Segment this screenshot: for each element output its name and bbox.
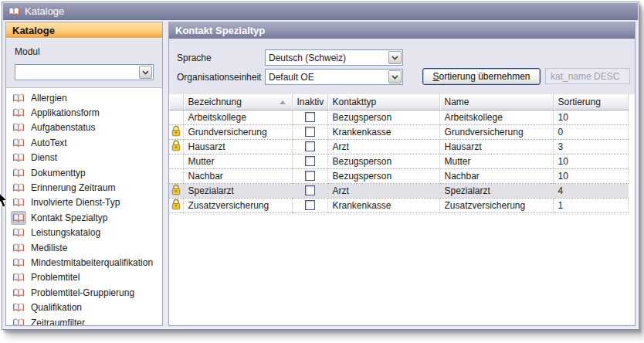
chevron-down-icon[interactable] bbox=[388, 51, 402, 64]
main-panel: Kontakt Spezialtyp Sprache Deutsch (Schw… bbox=[168, 22, 636, 326]
inaktiv-checkbox[interactable] bbox=[305, 127, 315, 137]
sidebar-item-erinnerung-zeitraum[interactable]: Erinnerung Zeitraum bbox=[6, 180, 162, 195]
sidebar-item-label: Dokumenttyp bbox=[31, 168, 86, 178]
column-header-kontakttyp[interactable]: Kontakttyp bbox=[327, 94, 439, 110]
name-cell: Hausarzt bbox=[439, 139, 553, 154]
inaktiv-cell bbox=[292, 154, 327, 168]
bezeichnung-cell: Zusatzversicherung bbox=[183, 198, 292, 212]
column-header-inaktiv[interactable]: Inaktiv bbox=[292, 94, 327, 110]
inaktiv-checkbox[interactable] bbox=[305, 141, 315, 151]
lock-icon bbox=[169, 124, 183, 139]
sidebar-item-aufgabenstatus[interactable]: Aufgabenstatus bbox=[6, 121, 162, 135]
inaktiv-cell bbox=[292, 124, 327, 139]
open-book-icon bbox=[12, 167, 25, 179]
sidebar-item-dienst[interactable]: Dienst bbox=[6, 151, 162, 165]
sortierung-cell: 10 bbox=[553, 168, 628, 183]
table-row[interactable]: NachbarBezugspersonNachbar10 bbox=[169, 168, 628, 183]
chevron-down-icon[interactable] bbox=[139, 66, 152, 79]
sidebar-item-involvierte-dienst-typ[interactable]: Involvierte Dienst-Typ bbox=[6, 195, 162, 210]
table-row[interactable]: MutterBezugspersonMutter10 bbox=[169, 154, 628, 168]
sprache-select[interactable]: Deutsch (Schweiz) bbox=[265, 49, 403, 66]
lock-icon bbox=[169, 183, 183, 198]
sidebar-item-kontakt-spezialtyp[interactable]: Kontakt Spezialtyp bbox=[6, 210, 162, 225]
inaktiv-checkbox[interactable] bbox=[305, 185, 315, 195]
table-row[interactable]: ZusatzversicherungKrankenkasseZusatzvers… bbox=[169, 198, 628, 212]
mouse-cursor bbox=[0, 190, 9, 209]
sort-ascending-icon bbox=[280, 100, 286, 104]
sortierung-uebernehmen-button[interactable]: Sortierung übernehmen bbox=[422, 68, 541, 85]
table-row[interactable]: HausarztArztHausarzt3 bbox=[169, 139, 628, 154]
table-body: ArbeitskollegeBezugspersonArbeitskollege… bbox=[169, 110, 628, 212]
open-book-icon bbox=[12, 182, 25, 194]
kontakttyp-cell: Arzt bbox=[327, 183, 439, 198]
bezeichnung-cell: Arbeitskollege bbox=[183, 110, 292, 124]
catalog-sidebar: Kataloge Modul AllergienApplikationsform… bbox=[5, 22, 163, 326]
inaktiv-checkbox[interactable] bbox=[305, 171, 315, 181]
table-row[interactable]: ArbeitskollegeBezugspersonArbeitskollege… bbox=[169, 110, 628, 124]
sidebar-list: AllergienApplikationsformAufgabenstatusA… bbox=[6, 87, 162, 325]
kontakttyp-cell: Bezugsperson bbox=[327, 110, 439, 124]
organisationseinheit-select[interactable]: Default OE bbox=[265, 69, 403, 85]
sidebar-item-label: Aufgabenstatus bbox=[31, 122, 95, 133]
screen: Kataloge Kataloge Modul AllergienApplika… bbox=[0, 0, 644, 343]
name-cell: Arbeitskollege bbox=[439, 110, 553, 124]
table-row[interactable]: GrundversicherungKrankenkasseGrundversic… bbox=[169, 124, 628, 139]
lock-cell-empty bbox=[169, 168, 183, 183]
lock-cell-empty bbox=[169, 154, 183, 168]
sidebar-item-applikationsform[interactable]: Applikationsform bbox=[6, 105, 162, 120]
sidebar-item-label: Problemtitel bbox=[31, 272, 80, 283]
open-book-icon bbox=[12, 301, 25, 314]
sortierung-button-label: Sortierung übernehmen bbox=[423, 71, 540, 82]
kontakttyp-cell: Bezugsperson bbox=[327, 168, 439, 183]
lock-icon bbox=[169, 198, 183, 212]
sidebar-item-dokumenttyp[interactable]: Dokumenttyp bbox=[6, 165, 162, 180]
sprache-label: Sprache bbox=[177, 53, 212, 63]
kontakt-spezialtyp-table: Bezeichnung Inaktiv Kontakttyp Name Sort… bbox=[169, 94, 629, 213]
lock-column-header[interactable] bbox=[169, 94, 183, 110]
organisationseinheit-label: Organisationseinheit bbox=[177, 72, 261, 83]
chevron-down-icon[interactable] bbox=[388, 70, 402, 83]
sidebar-item-allergien[interactable]: Allergien bbox=[6, 90, 162, 105]
table-row[interactable]: SpezialarztArztSpezialarzt4 bbox=[169, 183, 628, 198]
bezeichnung-cell: Hausarzt bbox=[183, 139, 292, 154]
kontakttyp-cell: Arzt bbox=[327, 139, 439, 154]
open-book-icon bbox=[12, 317, 25, 325]
sidebar-item-problemtitel[interactable]: Problemtitel bbox=[6, 270, 162, 285]
inaktiv-cell bbox=[292, 168, 327, 183]
inaktiv-checkbox[interactable] bbox=[305, 200, 315, 210]
sidebar-item-zeitraumfilter[interactable]: Zeitraumfilter bbox=[6, 315, 162, 325]
open-book-icon bbox=[12, 137, 25, 149]
inaktiv-cell bbox=[292, 183, 327, 198]
sidebar-item-label: Erinnerung Zeitraum bbox=[31, 182, 115, 193]
inaktiv-cell bbox=[292, 110, 327, 124]
open-book-icon bbox=[12, 256, 25, 269]
sidebar-item-autotext[interactable]: AutoText bbox=[6, 135, 162, 150]
sidebar-item-problemtitel-gruppierung[interactable]: Problemtitel-Gruppierung bbox=[6, 285, 162, 300]
sortierung-cell: 4 bbox=[553, 183, 628, 198]
column-header-bezeichnung[interactable]: Bezeichnung bbox=[183, 94, 292, 110]
name-cell: Zusatzversicherung bbox=[439, 198, 553, 212]
bezeichnung-cell: Spezialarzt bbox=[183, 183, 292, 198]
page-title: Kontakt Spezialtyp bbox=[169, 22, 635, 39]
sidebar-item-label: Dienst bbox=[31, 152, 57, 163]
sidebar-item-mindestmitabeiterqualifikation[interactable]: Mindestmitabeiterqualifikation bbox=[6, 255, 162, 270]
sortierung-cell: 3 bbox=[553, 139, 628, 154]
inaktiv-checkbox[interactable] bbox=[305, 112, 315, 122]
open-book-icon bbox=[12, 212, 25, 224]
column-header-sortierung[interactable]: Sortierung bbox=[553, 94, 628, 110]
inaktiv-cell bbox=[292, 198, 327, 212]
sprache-select-value: Deutsch (Schweiz) bbox=[269, 53, 385, 63]
kontakttyp-cell: Krankenkasse bbox=[327, 124, 439, 139]
window-titlebar[interactable]: Kataloge bbox=[3, 3, 638, 20]
open-book-icon bbox=[12, 92, 25, 104]
open-book-icon bbox=[12, 226, 25, 239]
sidebar-item-mediliste[interactable]: Mediliste bbox=[6, 240, 162, 255]
modul-select[interactable] bbox=[15, 64, 154, 80]
modul-filter-area: Modul bbox=[6, 39, 162, 87]
open-book-icon bbox=[12, 196, 25, 209]
name-cell: Mutter bbox=[439, 154, 553, 168]
sidebar-item-leistungskatalog[interactable]: Leistungskatalog bbox=[6, 226, 162, 240]
inaktiv-checkbox[interactable] bbox=[305, 156, 315, 166]
sidebar-item-qualifikation[interactable]: Qualifikation bbox=[6, 300, 162, 314]
column-header-name[interactable]: Name bbox=[439, 94, 553, 110]
